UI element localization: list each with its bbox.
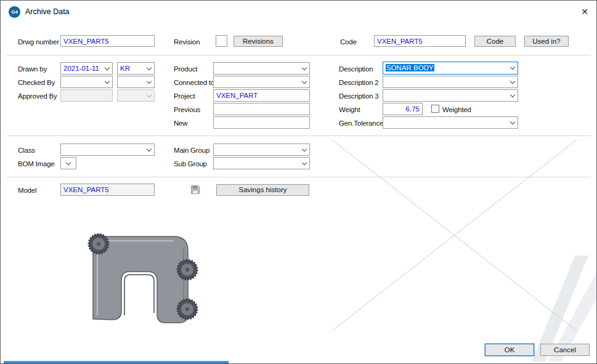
description3-label: Description 3 <box>339 92 379 100</box>
chevron-down-icon <box>144 63 154 74</box>
previous-label: Previous <box>174 105 200 114</box>
model-field[interactable]: VXEN_PART5 <box>60 184 155 196</box>
empty-image-placeholder <box>332 140 577 332</box>
description3-combo[interactable] <box>383 89 518 102</box>
close-icon[interactable]: ✕ <box>577 6 592 18</box>
model-preview-image <box>60 211 208 331</box>
weighted-checkbox[interactable] <box>431 105 439 113</box>
chevron-down-icon <box>507 62 518 74</box>
approved-by-date-field <box>60 89 113 102</box>
description-value: SONAR BODY <box>386 64 434 71</box>
checked-by-date-combo[interactable] <box>60 76 113 88</box>
project-field[interactable]: VXEN_PART <box>213 89 310 102</box>
window-title: Archive Data <box>25 7 70 16</box>
chevron-down-icon <box>507 76 518 87</box>
revision-field[interactable] <box>216 35 227 47</box>
drawn-by-initials-value: KR <box>118 63 144 74</box>
new-field[interactable] <box>213 116 310 129</box>
chevron-down-icon <box>299 144 309 155</box>
separator-line <box>7 135 591 136</box>
chevron-down-icon <box>299 76 309 87</box>
drwg-number-field[interactable]: VXEN_PART5 <box>60 35 155 47</box>
main-group-label: Main Group <box>174 146 209 155</box>
description-combo[interactable]: SONAR BODY <box>383 62 518 75</box>
product-combo[interactable] <box>213 62 310 75</box>
approved-by-label: Approved By <box>18 92 57 100</box>
checked-by-initials-combo[interactable] <box>117 76 155 88</box>
revisions-button[interactable]: Revisions <box>234 36 283 47</box>
cancel-button[interactable]: Cancel <box>540 344 590 356</box>
drwg-number-label: Drwg number <box>18 38 59 46</box>
chevron-down-icon <box>144 90 154 101</box>
chevron-down-icon <box>299 63 309 74</box>
new-label: New <box>174 119 187 127</box>
chevron-down-icon <box>507 90 518 101</box>
class-combo[interactable] <box>60 144 155 156</box>
drawn-by-date-value: 2021-01-11 <box>61 63 102 74</box>
code-label: Code <box>340 38 357 46</box>
checked-by-label: Checked By <box>18 78 55 87</box>
chevron-down-icon <box>299 158 309 169</box>
previous-field[interactable] <box>213 103 310 115</box>
chevron-down-icon <box>102 76 112 87</box>
chevron-down-icon <box>144 76 154 87</box>
revision-label: Revision <box>174 38 200 46</box>
weight-field[interactable]: 6.75 <box>383 103 423 115</box>
code-field[interactable]: VXEN_PART5 <box>374 35 466 47</box>
chevron-down-icon <box>102 63 112 74</box>
used-in-button[interactable]: Used in? <box>524 36 569 47</box>
drawn-by-initials-combo[interactable]: KR <box>117 62 155 75</box>
gen-tolerance-label: Gen.Tolerance <box>339 119 383 127</box>
save-icon <box>190 184 201 196</box>
connected-to-combo[interactable] <box>213 76 310 88</box>
separator-line <box>7 55 591 55</box>
description2-combo[interactable] <box>383 76 518 88</box>
chevron-down-icon <box>144 144 154 155</box>
connected-to-label: Connected to <box>174 78 214 87</box>
chevron-down-icon <box>61 158 76 169</box>
code-button[interactable]: Code <box>474 36 516 47</box>
archive-data-dialog: G4 Archive Data ✕ Drwg number VXEN_PART5… <box>0 0 597 364</box>
savings-history-button[interactable]: Savings history <box>216 184 309 196</box>
app-logo-icon: G4 <box>9 6 20 18</box>
sub-group-combo[interactable] <box>213 157 310 169</box>
approved-by-initials-combo <box>117 89 155 102</box>
class-label: Class <box>18 146 35 155</box>
bom-image-combo[interactable] <box>60 157 76 169</box>
main-group-combo[interactable] <box>213 144 310 156</box>
weight-label: Weight <box>339 105 360 114</box>
drawn-by-label: Drawn by <box>18 65 47 73</box>
product-label: Product <box>174 65 197 73</box>
gen-tolerance-combo[interactable] <box>383 116 518 129</box>
chevron-down-icon <box>507 117 518 128</box>
titlebar: G4 Archive Data ✕ <box>1 1 596 23</box>
drawn-by-date-combo[interactable]: 2021-01-11 <box>60 62 113 75</box>
model-label: Model <box>18 186 36 195</box>
description-label: Description <box>339 65 373 73</box>
ok-button[interactable]: OK <box>485 344 534 356</box>
sub-group-label: Sub Group <box>174 160 207 168</box>
weighted-label: Weighted <box>442 105 471 114</box>
description2-label: Description 2 <box>339 78 379 87</box>
project-label: Project <box>174 92 195 100</box>
bottom-accent-strip <box>4 361 229 364</box>
bom-image-label: BOM Image <box>18 160 55 168</box>
